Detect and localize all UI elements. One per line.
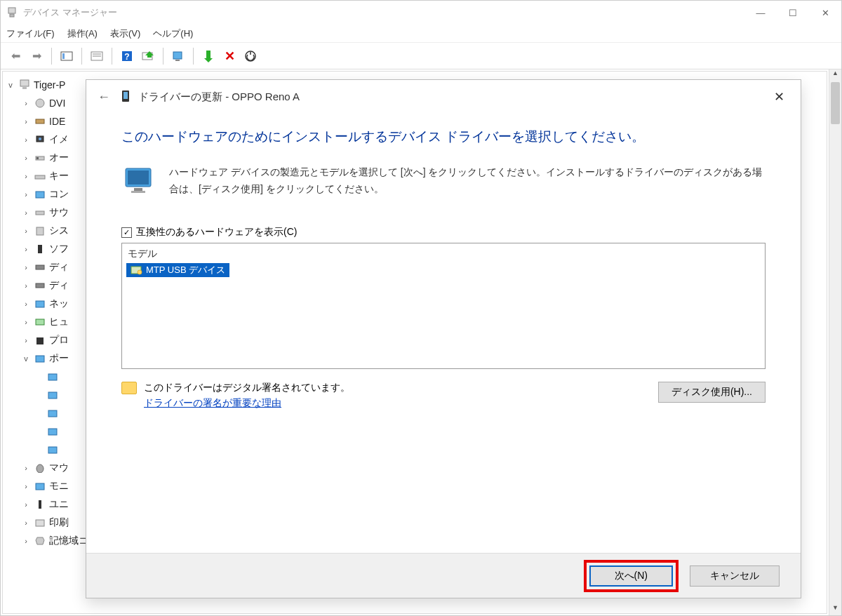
caret-icon[interactable]: › [21,99,31,107]
svg-point-16 [36,99,44,107]
disable-device-icon[interactable] [241,47,260,65]
caret-icon[interactable]: › [21,537,31,545]
menu-help[interactable]: ヘルプ(H) [153,27,193,40]
help-icon[interactable]: ? [118,47,136,65]
enable-device-icon[interactable] [199,47,218,65]
caret-icon[interactable]: › [21,300,31,308]
caret-icon[interactable]: › [21,482,31,490]
window-title: デバイス マネージャー [23,6,744,19]
svg-rect-10 [173,52,182,59]
scroll-up-icon[interactable]: ▲ [829,69,841,81]
tree-item-label: IDE [49,116,65,127]
device-category-icon [34,225,46,237]
checkbox-icon[interactable]: ✓ [121,227,132,238]
signature-reason-link[interactable]: ドライバーの署名が重要な理由 [144,397,281,410]
device-category-icon [34,297,46,310]
caret-icon[interactable]: › [21,190,31,199]
device-category-icon [34,535,46,547]
minimize-button[interactable]: — [744,1,777,24]
toolbar-separator [193,48,194,65]
next-button[interactable]: 次へ(N) [589,565,673,587]
properties-icon[interactable] [88,47,106,65]
tree-item-label: DVI [49,98,65,109]
dialog-heading: このハードウェアのためにインストールするデバイス ドライバーを選択してください。 [121,128,766,146]
caret-icon[interactable]: › [21,500,31,509]
device-category-icon [34,498,46,511]
toolbar-separator [163,48,163,65]
certificate-icon [121,382,137,394]
svg-rect-47 [131,191,145,193]
device-category-icon [34,97,46,109]
caret-icon[interactable]: › [21,518,31,527]
scan-hardware-icon[interactable] [139,47,157,65]
svg-rect-41 [36,520,44,526]
update-driver-icon[interactable] [169,47,187,65]
scroll-down-icon[interactable]: ▼ [829,604,841,615]
svg-rect-30 [36,319,44,325]
svg-rect-39 [36,483,44,490]
caret-icon[interactable]: › [21,172,31,180]
cancel-button[interactable]: キャンセル [690,565,780,587]
model-listbox[interactable]: モデル MTP USB デバイス [121,243,766,369]
svg-rect-14 [20,80,29,86]
nav-back-icon[interactable]: ⬅ [6,47,25,65]
signature-row: このドライバーはデジタル署名されています。 ドライバーの署名が重要な理由 ディス… [121,382,766,410]
caret-icon[interactable]: › [21,464,31,472]
tree-item-label: ヒュ [49,316,69,328]
dialog-close-button[interactable]: ✕ [763,83,795,111]
model-item-mtp[interactable]: MTP USB デバイス [126,263,229,277]
uninstall-device-icon[interactable]: ✕ [220,47,239,65]
compat-checkbox-row[interactable]: ✓ 互換性のあるハードウェアを表示(C) [121,226,766,239]
close-button[interactable]: ✕ [809,1,841,24]
svg-point-49 [138,270,142,274]
tree-item-label: コン [49,188,69,201]
toolbar-separator [81,48,82,65]
caret-icon[interactable]: › [21,227,31,235]
svg-rect-40 [39,500,41,509]
menu-file[interactable]: ファイル(F) [6,27,55,40]
caret-icon[interactable]: v [21,354,31,363]
device-category-icon [34,462,46,474]
device-category-icon [34,352,46,365]
device-category-icon [34,133,46,146]
toolbar: ⬅ ➡ ? ✕ [1,43,841,69]
vertical-scrollbar[interactable]: ▲ ▼ [829,69,841,615]
caret-icon[interactable]: › [21,263,31,272]
device-category-icon [34,516,46,529]
caret-icon[interactable]: v [6,81,15,89]
show-hidden-icon[interactable] [58,47,76,65]
svg-rect-31 [36,337,44,344]
caret-icon[interactable]: › [21,135,31,144]
caret-icon[interactable]: › [21,117,31,126]
have-disk-button[interactable]: ディスク使用(H)... [658,382,766,403]
scroll-thumb[interactable] [831,82,840,124]
model-item-label: MTP USB デバイス [146,264,225,276]
svg-rect-22 [35,175,45,179]
caret-icon[interactable]: › [21,154,31,162]
device-category-icon [34,480,46,493]
tree-item-label: 印刷 [49,516,69,529]
svg-rect-36 [48,429,57,435]
monitor-icon [46,370,59,383]
svg-rect-15 [22,87,27,89]
tree-item-label: モニ [49,480,69,493]
maximize-button[interactable]: ☐ [777,1,809,24]
caret-icon[interactable]: › [21,318,31,326]
caret-icon[interactable]: › [21,336,31,344]
tree-item-label: ディ [49,261,69,274]
tree-item-label: シス [49,225,69,237]
compat-checkbox-label: 互換性のあるハードウェアを表示(C) [136,226,297,239]
menu-view[interactable]: 表示(V) [110,27,140,40]
menubar: ファイル(F) 操作(A) 表示(V) ヘルプ(H) [1,25,841,43]
computer-icon [18,79,31,91]
svg-rect-0 [8,8,15,13]
svg-rect-12 [206,51,210,59]
menu-action[interactable]: 操作(A) [67,27,98,40]
caret-icon[interactable]: › [21,208,31,217]
dialog-back-button[interactable]: ← [98,90,119,105]
caret-icon[interactable]: › [21,245,31,253]
nav-forward-icon[interactable]: ➡ [27,47,46,65]
svg-rect-46 [134,188,142,191]
svg-rect-32 [36,356,44,362]
caret-icon[interactable]: › [21,281,31,290]
